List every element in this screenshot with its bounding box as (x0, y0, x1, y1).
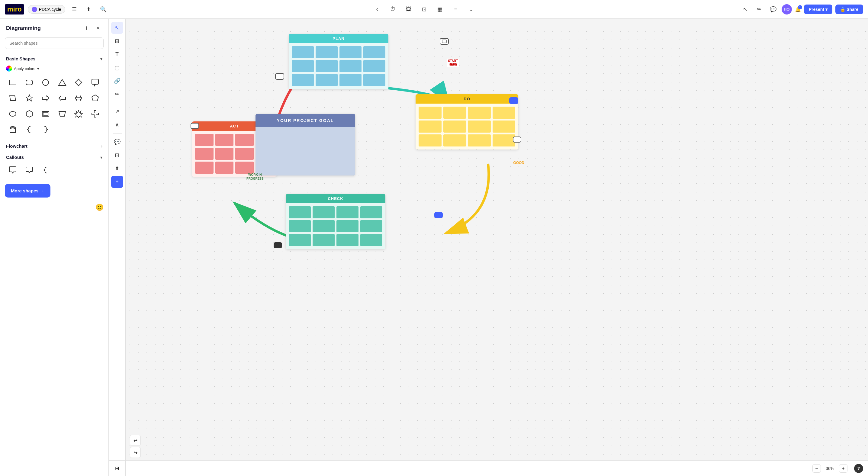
plan-sticky-12[interactable] (363, 74, 385, 86)
pen-icon[interactable]: ✏ (754, 4, 765, 15)
do-card[interactable]: DO (415, 94, 518, 150)
plan-sticky-5[interactable] (292, 60, 314, 72)
shape-arrow-left[interactable] (56, 92, 69, 105)
download-button[interactable]: ⬇ (82, 24, 91, 33)
check-sticky-7[interactable] (336, 220, 359, 232)
check-sticky-10[interactable] (313, 234, 335, 246)
shape-circle[interactable] (39, 76, 52, 89)
check-sticky-4[interactable] (360, 206, 382, 218)
help-button[interactable]: ? (854, 464, 863, 473)
goal-body[interactable] (255, 127, 355, 176)
project-badge[interactable]: PDCA cycle (28, 5, 65, 13)
table-tool[interactable]: ⊞ (111, 35, 123, 47)
close-button[interactable]: ✕ (93, 24, 102, 33)
comment-icon[interactable]: 💬 (768, 4, 779, 15)
section-callouts[interactable]: Callouts ▾ (0, 151, 108, 162)
text-icon[interactable]: ≡ (450, 4, 461, 15)
image-icon[interactable]: 🖼 (403, 4, 414, 15)
check-sticky-9[interactable] (289, 234, 311, 246)
act-sticky-6[interactable] (215, 148, 234, 160)
chevron-left-icon[interactable]: ‹ (372, 4, 383, 15)
canvas[interactable]: PLAN DO (126, 19, 868, 476)
plan-sticky-4[interactable] (363, 46, 385, 58)
plan-sticky-3[interactable] (339, 46, 362, 58)
shape-oval[interactable] (6, 107, 19, 121)
share-upload-icon[interactable]: ⬆ (83, 4, 94, 15)
act-sticky-3[interactable] (235, 134, 254, 146)
connector-tool[interactable]: ∧ (111, 119, 123, 131)
shape-speech-bubble[interactable] (89, 76, 102, 89)
zoom-in-button[interactable]: + (839, 464, 847, 473)
do-sticky-6[interactable] (443, 121, 466, 133)
upload-tool[interactable]: ⬆ (111, 162, 123, 174)
shape-arrow-right[interactable] (39, 92, 52, 105)
more-shapes-button[interactable]: More shapes → (5, 184, 51, 197)
shape-tool[interactable]: ▢ (111, 62, 123, 74)
act-sticky-9[interactable] (195, 162, 214, 174)
check-card[interactable]: CHECK (286, 194, 385, 249)
menu-icon[interactable]: ☰ (69, 4, 80, 15)
pen-tool[interactable]: ✏ (111, 88, 123, 100)
link-tool[interactable]: 🔗 (111, 75, 123, 87)
search-icon[interactable]: 🔍 (98, 4, 109, 15)
act-sticky-1[interactable] (195, 134, 214, 146)
text-tool[interactable]: T (111, 48, 123, 60)
check-sticky-6[interactable] (313, 220, 335, 232)
shape-brace-right[interactable] (39, 123, 52, 136)
do-sticky-5[interactable] (418, 121, 441, 133)
callout-rect[interactable] (6, 163, 19, 177)
shape-parallelogram[interactable] (6, 92, 19, 105)
do-sticky-10[interactable] (443, 134, 466, 147)
do-sticky-4[interactable] (493, 106, 516, 119)
timer-icon[interactable]: ⏱ (388, 4, 398, 15)
notification-bell[interactable]: 🔔 1 (795, 6, 801, 12)
select-tool[interactable]: ↖ (111, 22, 123, 34)
do-sticky-8[interactable] (493, 121, 516, 133)
undo-button[interactable]: ↩ (130, 435, 141, 446)
avatar[interactable]: HO (782, 4, 792, 14)
shape-trapezoid[interactable] (56, 107, 69, 121)
plan-sticky-10[interactable] (316, 74, 338, 86)
redo-button[interactable]: ↪ (130, 447, 141, 458)
plan-sticky-6[interactable] (316, 60, 338, 72)
plan-sticky-11[interactable] (339, 74, 362, 86)
shape-brace-left[interactable] (23, 123, 36, 136)
do-sticky-12[interactable] (493, 134, 516, 147)
do-sticky-9[interactable] (418, 134, 441, 147)
shape-hexagon[interactable] (23, 107, 36, 121)
shape-cross[interactable] (89, 107, 102, 121)
table-icon[interactable]: ▦ (435, 4, 445, 15)
shape-star[interactable] (23, 92, 36, 105)
plan-sticky-8[interactable] (363, 60, 385, 72)
frame-icon[interactable]: ⊡ (419, 4, 430, 15)
panel-bottom-icon[interactable]: ⊞ (109, 460, 126, 476)
shape-diamond[interactable] (72, 76, 85, 89)
plan-sticky-1[interactable] (292, 46, 314, 58)
do-sticky-2[interactable] (443, 106, 466, 119)
frame-tool[interactable]: ⊡ (111, 149, 123, 161)
search-input[interactable] (5, 37, 103, 49)
section-flowchart[interactable]: Flowchart › (0, 140, 108, 151)
shape-double-rect[interactable] (39, 107, 52, 121)
plan-sticky-9[interactable] (292, 74, 314, 86)
act-sticky-7[interactable] (235, 148, 254, 160)
do-sticky-3[interactable] (468, 106, 491, 119)
do-sticky-11[interactable] (468, 134, 491, 147)
check-sticky-3[interactable] (336, 206, 359, 218)
more-icon[interactable]: ⌄ (466, 4, 477, 15)
goal-card[interactable]: YOUR PROJECT GOAL (255, 114, 355, 176)
check-sticky-2[interactable] (313, 206, 335, 218)
cursor-icon[interactable]: ↖ (740, 4, 751, 15)
check-sticky-12[interactable] (360, 234, 382, 246)
present-button[interactable]: Present ▾ (804, 4, 832, 14)
arrow-tool[interactable]: ↗ (111, 105, 123, 118)
shape-rounded-rect[interactable] (23, 76, 36, 89)
emoji-button[interactable]: 🙂 (95, 203, 103, 212)
do-sticky-1[interactable] (418, 106, 441, 119)
plan-sticky-2[interactable] (316, 46, 338, 58)
do-sticky-7[interactable] (468, 121, 491, 133)
shape-triangle[interactable] (56, 76, 69, 89)
check-sticky-8[interactable] (360, 220, 382, 232)
shape-cylinder[interactable] (6, 123, 19, 136)
apply-colors-row[interactable]: Apply colors ▾ (0, 64, 108, 74)
